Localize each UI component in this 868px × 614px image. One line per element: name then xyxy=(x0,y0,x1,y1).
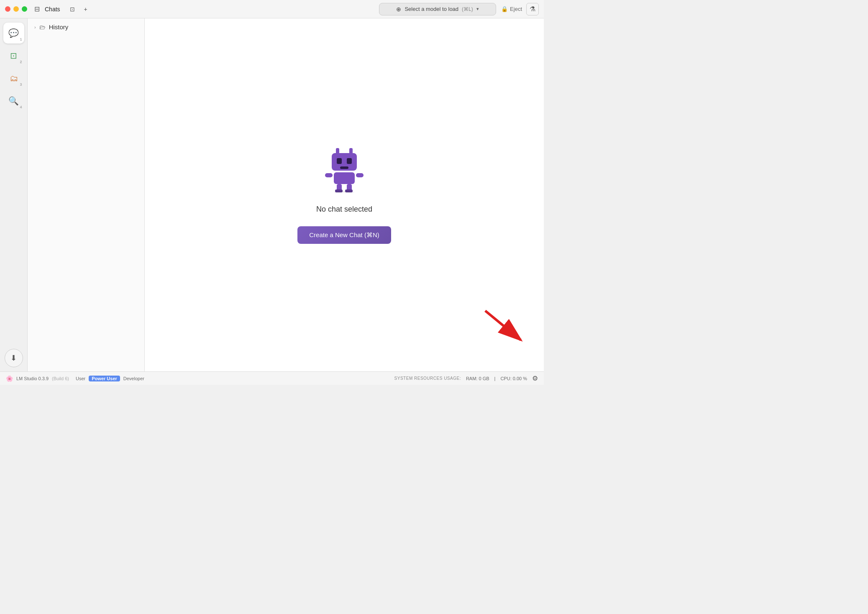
sidebar-bottom: ⬇ xyxy=(5,349,23,367)
model-selector[interactable]: ⊕ Select a model to load (⌘L) ▾ xyxy=(379,3,496,15)
sidebar-badge-2: 2 xyxy=(20,60,22,64)
model-selector-shortcut: (⌘L) xyxy=(462,6,473,12)
flask-button[interactable]: ⚗ xyxy=(526,3,539,15)
tab-actions: ⊡ + xyxy=(67,4,91,15)
flask-icon: ⚗ xyxy=(530,5,535,13)
history-chevron-icon: › xyxy=(34,25,36,30)
close-button[interactable] xyxy=(5,6,10,12)
maximize-button[interactable] xyxy=(22,6,27,12)
chat-main-area: No chat selected Create a New Chat (⌘N) xyxy=(145,18,544,371)
svg-rect-7 xyxy=(325,173,333,177)
history-folder-icon: 🗁 xyxy=(39,23,46,31)
sidebar-item-search[interactable]: 🔍 4 xyxy=(3,90,24,111)
user-label[interactable]: User xyxy=(76,376,85,381)
icon-sidebar: 💬 1 ⊡ 2 🗂 3 🔍 4 ⬇ xyxy=(0,18,28,371)
svg-rect-0 xyxy=(336,148,339,154)
eject-label: Eject xyxy=(510,6,522,12)
sidebar-badge-1: 1 xyxy=(20,37,22,41)
sidebar-badge-3: 3 xyxy=(20,82,22,87)
download-button[interactable]: ⬇ xyxy=(5,349,23,367)
chat-icon: 💬 xyxy=(8,28,19,38)
history-header[interactable]: › 🗁 History xyxy=(28,18,144,36)
titlebar-right: 🔒 Eject ⚗ xyxy=(501,3,539,15)
no-chat-label: No chat selected xyxy=(316,205,372,214)
folder-icon: 🗂 xyxy=(10,74,18,83)
settings-gear-icon[interactable]: ⚙ xyxy=(532,374,538,382)
model-selector-icon: ⊕ xyxy=(396,6,401,13)
status-left: 🌸 LM Studio 0.3.9 (Build 6) User Power U… xyxy=(6,375,144,382)
svg-rect-6 xyxy=(334,172,355,184)
app-name: LM Studio 0.3.9 xyxy=(16,376,49,381)
svg-line-15 xyxy=(485,311,521,340)
cpu-value: CPU: 0.00 % xyxy=(500,376,527,381)
developer-label[interactable]: Developer xyxy=(123,376,144,381)
sidebar-item-folder[interactable]: 🗂 3 xyxy=(3,68,24,89)
chats-tab-icon: ⊟ xyxy=(32,5,41,14)
empty-state: No chat selected Create a New Chat (⌘N) xyxy=(297,146,391,244)
chevron-down-icon: ▾ xyxy=(476,6,479,12)
titlebar: ⊟ Chats ⊡ + ⊕ Select a model to load (⌘L… xyxy=(0,0,544,18)
sidebar-item-chats[interactable]: 💬 1 xyxy=(3,23,24,43)
lock-icon: 🔒 xyxy=(501,6,508,12)
download-icon: ⬇ xyxy=(10,353,17,363)
sidebar-item-terminal[interactable]: ⊡ 2 xyxy=(3,45,24,66)
robot-illustration xyxy=(323,146,365,192)
ram-value: RAM: 0 GB xyxy=(466,376,489,381)
main-container: 💬 1 ⊡ 2 🗂 3 🔍 4 ⬇ › 🗁 History xyxy=(0,18,544,371)
create-new-chat-button[interactable]: Create a New Chat (⌘N) xyxy=(297,226,391,244)
svg-rect-8 xyxy=(356,173,364,177)
svg-rect-5 xyxy=(340,166,348,169)
eject-button[interactable]: 🔒 Eject xyxy=(501,6,522,12)
resource-separator: | xyxy=(494,376,496,381)
svg-rect-3 xyxy=(337,158,342,164)
sidebar-badge-4: 4 xyxy=(20,105,22,109)
system-resources-label: SYSTEM RESOURCES USAGE: xyxy=(394,376,461,381)
svg-rect-1 xyxy=(349,148,353,154)
status-bar: 🌸 LM Studio 0.3.9 (Build 6) User Power U… xyxy=(0,371,544,385)
power-user-badge[interactable]: Power User xyxy=(89,376,120,381)
history-label: History xyxy=(49,23,69,31)
tab-bar: ⊟ Chats ⊡ + xyxy=(32,4,379,15)
traffic-lights xyxy=(5,6,27,12)
search-icon: 🔍 xyxy=(8,96,19,106)
new-folder-button[interactable]: ⊡ xyxy=(67,4,78,15)
chats-tab-title[interactable]: Chats xyxy=(45,6,60,13)
minimize-button[interactable] xyxy=(13,6,19,12)
model-selector-label: Select a model to load xyxy=(405,6,458,12)
app-build: (Build 6) xyxy=(52,376,69,381)
status-right: SYSTEM RESOURCES USAGE: RAM: 0 GB | CPU:… xyxy=(394,374,538,382)
chat-list-panel: › 🗁 History xyxy=(28,18,145,371)
lm-studio-logo: 🌸 xyxy=(6,375,13,382)
red-arrow-annotation xyxy=(481,304,531,346)
add-tab-button[interactable]: + xyxy=(80,4,91,15)
terminal-icon: ⊡ xyxy=(10,51,17,61)
svg-rect-4 xyxy=(347,158,352,164)
